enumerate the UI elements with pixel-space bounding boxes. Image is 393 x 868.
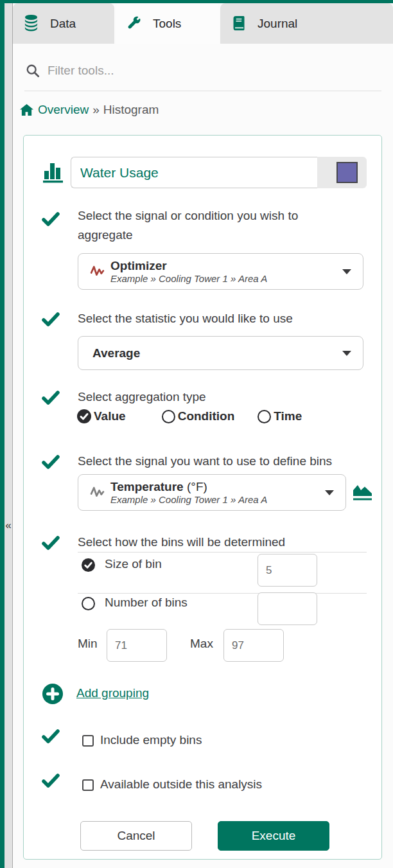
search-icon xyxy=(26,64,40,78)
area-chart-icon[interactable] xyxy=(352,482,373,502)
aggregate-signal-label: Select the signal or condition you wish … xyxy=(78,206,336,245)
min-input[interactable] xyxy=(107,629,167,662)
bin-signal-dropdown-title: Temperature (°F) xyxy=(110,480,267,494)
max-input[interactable] xyxy=(223,629,284,662)
bin-signal-dropdown-path: Example » Cooling Tower 1 » Area A xyxy=(110,494,267,506)
histogram-tool-card: Select the signal or condition you wish … xyxy=(23,135,382,860)
bin-signal-dropdown[interactable]: Temperature (°F) Example » Cooling Tower… xyxy=(78,474,346,511)
step-complete-check-icon xyxy=(42,390,60,405)
histogram-icon xyxy=(42,159,66,184)
step-complete-check-icon xyxy=(42,773,60,788)
breadcrumb: Overview » Histogram xyxy=(19,101,159,119)
available-outside-checkbox[interactable] xyxy=(82,779,94,791)
step-complete-check-icon xyxy=(42,312,60,327)
home-icon[interactable] xyxy=(19,103,34,117)
breadcrumb-overview-link[interactable]: Overview xyxy=(38,103,89,117)
chevron-down-icon xyxy=(342,269,351,274)
statistic-label: Select the statistic you would like to u… xyxy=(78,309,293,328)
include-empty-bins-checkbox[interactable] xyxy=(82,735,94,747)
step-complete-check-icon xyxy=(42,729,60,744)
tab-tools-label: Tools xyxy=(153,17,181,31)
step-complete-check-icon xyxy=(42,535,60,551)
aggregation-type-radio-group: Value Condition Time xyxy=(76,409,302,424)
tab-journal[interactable]: Journal xyxy=(220,3,393,44)
size-of-bin-input[interactable] xyxy=(258,554,317,587)
collapse-panel-handle[interactable]: « xyxy=(4,518,13,533)
bin-signal-label: Select the signal you want to use to def… xyxy=(78,452,332,471)
radio-time-label[interactable]: Time xyxy=(274,409,302,423)
tab-data[interactable]: Data xyxy=(13,3,114,44)
wrench-icon xyxy=(127,16,141,31)
cancel-button[interactable]: Cancel xyxy=(80,821,192,851)
bin-signal-unit: (°F) xyxy=(187,480,207,493)
bins-divider xyxy=(78,593,367,594)
bins-divider xyxy=(78,552,367,553)
min-label: Min xyxy=(78,637,98,651)
radio-condition-label[interactable]: Condition xyxy=(178,409,235,423)
tab-journal-label: Journal xyxy=(258,17,297,31)
aggregate-dropdown-title: Optimizer xyxy=(110,259,267,273)
radio-value-label[interactable]: Value xyxy=(94,409,126,423)
step-complete-check-icon xyxy=(42,211,60,227)
aggregate-dropdown-path: Example » Cooling Tower 1 » Area A xyxy=(110,273,267,285)
aggregation-type-label: Select aggregation type xyxy=(78,387,206,407)
database-icon xyxy=(24,14,39,33)
number-of-bins-label: Number of bins xyxy=(105,596,188,610)
tab-tools[interactable]: Tools xyxy=(116,3,219,44)
journal-icon xyxy=(231,15,246,32)
panel-gutter xyxy=(4,3,13,868)
signal-icon xyxy=(89,484,105,500)
bins-determined-label: Select how the bins will be determined xyxy=(78,533,285,552)
max-label: Max xyxy=(190,637,213,651)
aggregate-signal-dropdown[interactable]: Optimizer Example » Cooling Tower 1 » Ar… xyxy=(78,253,363,290)
statistic-dropdown[interactable]: Average xyxy=(78,336,363,370)
radio-time[interactable] xyxy=(258,410,271,423)
breadcrumb-separator: » xyxy=(92,103,100,117)
radio-number-of-bins[interactable] xyxy=(82,597,95,610)
plus-circle-icon[interactable] xyxy=(42,683,64,705)
tool-name-input[interactable] xyxy=(71,157,317,188)
chevron-down-icon xyxy=(325,490,334,495)
add-grouping-link[interactable]: Add grouping xyxy=(76,686,149,700)
chevron-down-icon xyxy=(342,351,351,356)
number-of-bins-input[interactable] xyxy=(258,592,317,625)
left-rail xyxy=(0,0,4,868)
signal-icon xyxy=(89,263,105,279)
size-of-bin-label: Size of bin xyxy=(105,557,162,571)
tab-data-label: Data xyxy=(50,17,76,31)
statistic-dropdown-title: Average xyxy=(92,346,140,360)
filter-tools-bar xyxy=(26,60,372,82)
available-outside-label: Available outside this analysis xyxy=(100,775,262,794)
color-swatch-button[interactable] xyxy=(336,162,358,183)
include-empty-bins-label: Include empty bins xyxy=(100,731,202,750)
radio-condition[interactable] xyxy=(162,410,175,423)
radio-selected-icon[interactable] xyxy=(81,558,96,572)
breadcrumb-current: Histogram xyxy=(103,103,159,117)
step-complete-check-icon xyxy=(42,454,60,470)
execute-button[interactable]: Execute xyxy=(218,821,329,851)
filter-tools-input[interactable] xyxy=(48,64,330,78)
radio-selected-icon[interactable] xyxy=(76,409,92,424)
filter-divider xyxy=(24,91,381,91)
